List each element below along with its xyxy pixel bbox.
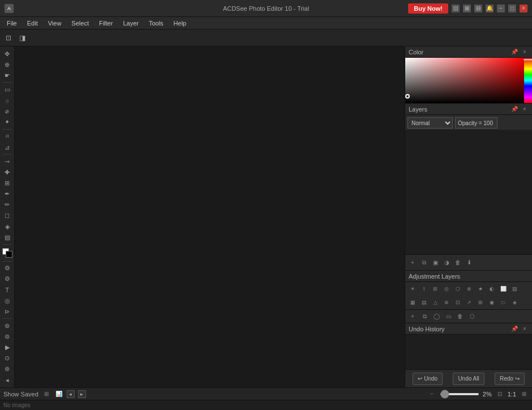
color-swatch[interactable] <box>2 248 12 257</box>
adj-dup-btn[interactable]: ⧉ <box>419 311 430 322</box>
buy-now-button[interactable]: Buy Now! <box>408 3 448 14</box>
notification-btn[interactable]: 🔔 <box>486 5 494 12</box>
tool-pan-left[interactable]: ◂ <box>2 375 13 385</box>
layout-btn-1[interactable]: ⊡ <box>452 5 460 12</box>
layers-content[interactable] <box>405 130 532 254</box>
tool-lasso[interactable]: ⌀ <box>2 106 13 117</box>
menu-file[interactable]: File <box>2 19 22 28</box>
color-panel-pin[interactable]: 📌 <box>510 48 518 56</box>
tool-brush[interactable]: ✏ <box>2 200 13 210</box>
adj-circle-btn[interactable]: ◯ <box>431 311 441 322</box>
tool-misc5[interactable]: ⊛ <box>2 364 13 374</box>
menu-help[interactable]: Help <box>169 19 191 28</box>
adj-del-btn[interactable]: 🗑 <box>455 311 465 322</box>
tool-eyedropper[interactable]: ⊸ <box>2 156 13 166</box>
delete-layer-btn[interactable]: 🗑 <box>453 258 463 268</box>
adj-color[interactable]: ⬡ <box>453 284 463 294</box>
menu-filter[interactable]: Filter <box>95 19 117 28</box>
tool-clone[interactable]: ⊞ <box>2 178 13 188</box>
menu-edit[interactable]: Edit <box>23 19 42 28</box>
tool-misc2[interactable]: ⊜ <box>2 331 13 341</box>
zoom-out-icon[interactable]: − <box>427 390 436 399</box>
status-grid-icon[interactable]: ⊞ <box>42 390 51 399</box>
tool-healing[interactable]: ✚ <box>2 167 13 177</box>
tool-straighten[interactable]: ⊿ <box>2 142 13 152</box>
adj-photo-filter[interactable]: △ <box>430 297 440 308</box>
tool-misc4[interactable]: ⊙ <box>2 353 13 364</box>
adj-add-btn[interactable]: + <box>407 311 418 322</box>
undo-button[interactable]: ↩ Undo <box>413 373 443 385</box>
redo-button[interactable]: Redo ↪ <box>495 373 525 385</box>
adj-levels[interactable]: ⊞ <box>430 284 440 294</box>
toolbar-btn-1[interactable]: ⊡ <box>2 32 15 44</box>
zoom-slider[interactable] <box>440 393 479 395</box>
adj-invert[interactable]: ⬜ <box>498 284 508 294</box>
color-gradient[interactable] <box>405 58 524 103</box>
tool-hand[interactable]: ☛ <box>2 70 13 80</box>
adj-gradient-map[interactable]: ▤ <box>419 297 429 308</box>
tool-settings[interactable]: ⚙ <box>2 274 13 284</box>
layout-btn-2[interactable]: ⊞ <box>463 5 471 12</box>
close-button[interactable]: × <box>520 5 527 12</box>
tool-crop[interactable]: ⌗ <box>2 131 13 142</box>
show-saved-button[interactable]: Show Saved <box>3 391 38 398</box>
tool-misc1[interactable]: ⊚ <box>2 321 13 331</box>
undo-content[interactable] <box>405 335 532 369</box>
layers-panel-pin[interactable]: 📌 <box>510 105 518 113</box>
adj-transform[interactable]: ↗ <box>464 297 474 308</box>
adj-clut[interactable]: ⊡ <box>453 297 463 308</box>
tool-magic-wand[interactable]: ✦ <box>2 117 13 127</box>
maximize-button[interactable]: □ <box>508 5 516 12</box>
adj-sharpen[interactable]: ◈ <box>509 297 520 308</box>
menu-view[interactable]: View <box>44 19 66 28</box>
prev-image-btn[interactable]: ◂ <box>67 390 75 398</box>
tool-shape[interactable]: ◎ <box>2 296 13 306</box>
adj-bw[interactable]: ◐ <box>487 284 497 294</box>
tool-pen[interactable]: ✒ <box>2 189 13 199</box>
adj-curves[interactable]: ⌇ <box>419 284 429 294</box>
adj-rect-btn[interactable]: ▭ <box>443 311 453 322</box>
adj-posterize[interactable]: ▦ <box>407 297 418 308</box>
group-layer-btn[interactable]: ▣ <box>430 258 440 268</box>
duplicate-layer-btn[interactable]: ⧉ <box>419 258 429 268</box>
adj-vibrance[interactable]: ★ <box>475 284 486 294</box>
undo-all-button[interactable]: Undo All <box>453 373 484 385</box>
mask-layer-btn[interactable]: ◑ <box>441 258 452 268</box>
opacity-input[interactable] <box>455 117 497 129</box>
adj-vignette[interactable]: ◉ <box>487 297 497 308</box>
toolbar-btn-2[interactable]: ◨ <box>16 32 28 44</box>
next-image-btn[interactable]: ▸ <box>78 390 86 398</box>
adj-hsl[interactable]: ◎ <box>441 284 452 294</box>
fit-icon[interactable]: ⊡ <box>495 390 504 399</box>
adj-blur[interactable]: ⬭ <box>498 297 508 308</box>
color-hue-strip[interactable] <box>524 58 532 103</box>
layers-panel-close[interactable]: × <box>521 105 529 113</box>
tool-move[interactable]: ✥ <box>2 49 13 59</box>
undo-panel-pin[interactable]: 📌 <box>510 325 518 333</box>
adj-channel-mixer[interactable]: ⊗ <box>441 297 452 308</box>
color-picker[interactable] <box>405 58 532 103</box>
menu-select[interactable]: Select <box>67 19 93 28</box>
tool-effects[interactable]: ⚙ <box>2 263 13 274</box>
status-histogram-icon[interactable]: 📊 <box>54 390 63 399</box>
tool-ellipse-select[interactable]: ○ <box>2 96 13 106</box>
color-panel-close[interactable]: × <box>521 48 529 56</box>
tool-fill[interactable]: ◈ <box>2 221 13 232</box>
adj-merge-btn[interactable]: ⬡ <box>467 311 477 322</box>
menu-tools[interactable]: Tools <box>144 19 168 28</box>
menu-layer[interactable]: Layer <box>118 19 143 28</box>
view-toggle[interactable]: ⊞ <box>520 390 529 399</box>
undo-panel-close[interactable]: × <box>521 325 529 333</box>
adj-threshold[interactable]: ▨ <box>509 284 520 294</box>
adj-brightness[interactable]: ☀ <box>407 284 418 294</box>
tool-zoom[interactable]: ⊕ <box>2 59 13 70</box>
tool-gradient[interactable]: ▤ <box>2 232 13 242</box>
tool-misc3[interactable]: ▶ <box>2 343 13 353</box>
adj-balance[interactable]: ⊕ <box>464 284 474 294</box>
tool-text[interactable]: T <box>2 285 13 295</box>
adj-smart[interactable]: ⊞ <box>475 297 486 308</box>
tool-path[interactable]: ⊳ <box>2 306 13 317</box>
tool-rect-select[interactable]: ▭ <box>2 84 13 95</box>
tool-eraser[interactable]: ◻ <box>2 211 13 221</box>
blend-mode-select[interactable]: Normal Multiply Screen Overlay <box>407 117 453 129</box>
